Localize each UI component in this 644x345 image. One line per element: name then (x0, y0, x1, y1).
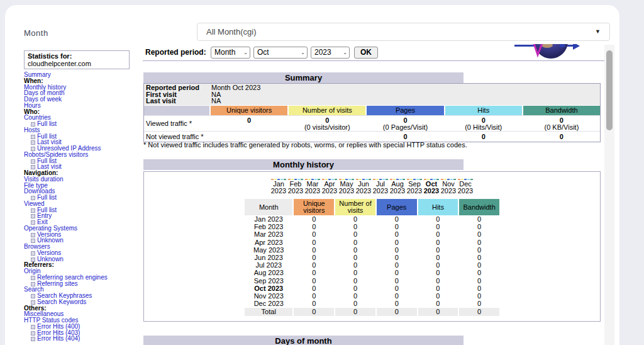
chart-month-may: May2023 (338, 178, 355, 194)
list-icon (31, 159, 35, 164)
monthly-cell-value: 0 (377, 261, 417, 269)
summary-col-unique-visitors: Unique visitors (211, 106, 287, 115)
monthly-cell-month: Dec 2023 (245, 300, 292, 307)
scrollbar-thumb[interactable] (606, 50, 613, 130)
monthly-table-header: MonthUnique visitorsNumber of visitsPage… (245, 199, 499, 215)
monthly-cell-value: 0 (418, 254, 458, 261)
viewed-ratio: (0 visits/visitor) (289, 124, 365, 131)
monthly-cell-value: 0 (335, 254, 375, 261)
table-row: Dec 202300000 (245, 300, 499, 307)
viewed-cell: 0(0 visits/visitor) (289, 116, 365, 131)
table-row: Aug 202300000 (245, 269, 499, 276)
chart-month-aug: Aug2023 (389, 178, 406, 194)
monthly-cell-value: 0 (335, 269, 375, 276)
content-card: Month All Month(cgi) ▼ Statistics for: c… (5, 5, 619, 345)
monthly-cell-value: 0 (459, 223, 499, 230)
monthly-cell-value: 0 (459, 239, 499, 246)
chart-month-label: Jul2023 (372, 181, 389, 194)
not-viewed-value: 0 (445, 132, 522, 142)
monthly-cell-value: 0 (294, 300, 334, 307)
monthly-cell-value: 0 (294, 239, 334, 246)
monthly-cell-value: 0 (377, 239, 417, 246)
chart-month-name: Jul (372, 181, 389, 188)
monthly-cell-value: 0 (377, 292, 417, 300)
chart-month-year: 2023 (389, 188, 406, 195)
chart-bar (373, 179, 375, 180)
list-icon (31, 276, 35, 280)
monthly-cell-value: 0 (294, 269, 334, 276)
period-month-select[interactable]: Oct ⌄ (253, 47, 308, 59)
period-month-value: Oct (257, 48, 269, 57)
period-type-select[interactable]: Month ⌄ (211, 47, 250, 59)
list-icon (31, 331, 35, 336)
monthly-cell-value: 0 (459, 300, 499, 307)
monthly-cell-month: Jul 2023 (245, 261, 292, 269)
vertical-scrollbar[interactable] (604, 45, 614, 345)
monthly-cell-value: 0 (459, 254, 499, 261)
ok-button[interactable]: OK (354, 47, 378, 59)
chart-month-label: Feb2023 (287, 181, 304, 194)
monthly-cell-value: 0 (335, 230, 375, 238)
chart-month-name: Nov (440, 181, 457, 188)
monthly-cell-value: 0 (418, 230, 458, 238)
monthly-history-chart: Jan2023Feb2023Mar2023Apr2023May2023Jun20… (144, 178, 600, 194)
month-filter-label: Month (24, 28, 48, 38)
list-icon (31, 214, 35, 218)
not-viewed-value: 0 (367, 132, 443, 142)
chart-month-name: May (338, 181, 355, 188)
sidebar-item-days-of-week[interactable]: Days of week (24, 96, 141, 103)
sidebar-subitem-full-list[interactable]: Full list (24, 121, 141, 127)
viewed-traffic-label: Viewed traffic * (144, 116, 209, 131)
sidebar-sublink-error-hits-404[interactable]: Error Hits (404) (37, 335, 80, 342)
monthly-cell-value: 0 (335, 277, 375, 285)
chart-month-sep: Sep2023 (406, 178, 423, 194)
monthly-cell-value: 0 (377, 300, 417, 307)
sidebar-item-hours[interactable]: Hours (24, 103, 141, 109)
monthly-cell-month: Sep 2023 (245, 277, 292, 285)
not-viewed-traffic-label: Not viewed traffic * (144, 132, 209, 142)
chart-month-name: Jun (355, 181, 372, 188)
monthly-cell-month: Apr 2023 (245, 239, 292, 246)
monthly-cell-value: 0 (418, 300, 458, 307)
summary-column-headers: Unique visitorsNumber of visitsPagesHits… (144, 106, 600, 115)
chart-month-year: 2023 (287, 188, 304, 195)
chart-month-name: Jan (270, 181, 287, 188)
chart-month-year: 2023 (355, 188, 372, 195)
table-total-row: Total00000 (245, 308, 499, 315)
period-year-select[interactable]: 2023 ⌄ (311, 47, 350, 59)
monthly-cell-value: 0 (377, 269, 417, 276)
period-type-value: Month (214, 48, 235, 57)
chart-month-label: Oct2023 (423, 181, 440, 194)
chevron-down-icon: ⌄ (343, 47, 347, 58)
viewed-cell: 0(0 Hits/Visit) (445, 116, 522, 131)
info-value: NA (211, 97, 221, 105)
chart-month-nov: Nov2023 (440, 178, 457, 194)
chart-month-name: Mar (304, 181, 321, 188)
monthly-total-value: 0 (418, 308, 458, 315)
chart-month-name: Sep (406, 181, 423, 188)
info-label: Last visit (146, 98, 209, 105)
table-row: May 202300000 (245, 246, 499, 254)
chart-month-mar: Mar2023 (304, 178, 321, 194)
viewed-cell: 0(0 Pages/Visit) (367, 116, 443, 131)
month-filter-select[interactable]: All Month(cgi) ▼ (197, 23, 610, 41)
list-icon (31, 294, 35, 298)
viewed-traffic-row: Viewed traffic * 00(0 visits/visitor)0(0… (144, 115, 600, 131)
reported-period-frame: Reported period: Month ⌄ Oct ⌄ 2023 ⌄ OK (143, 44, 605, 61)
sidebar-sublink-full-list[interactable]: Full list (37, 120, 57, 127)
not-viewed-value (289, 132, 365, 142)
monthly-cell-value: 0 (294, 246, 334, 254)
monthly-cell-month: Mar 2023 (245, 230, 292, 238)
monthly-total-value: 0 (294, 308, 334, 315)
list-icon (31, 208, 35, 213)
monthly-cell-value: 0 (418, 215, 458, 223)
chart-month-label: Sep2023 (406, 181, 423, 194)
chevron-down-icon: ⌄ (243, 47, 248, 58)
sidebar-subitem-error-hits-404[interactable]: Error Hits (404) (24, 336, 141, 342)
monthly-cell-value: 0 (459, 277, 499, 285)
monthly-cell-month: Jun 2023 (245, 254, 292, 261)
month-filter-value: All Month(cgi) (206, 23, 256, 40)
summary-info-row: Last visit NA (144, 98, 600, 105)
monthly-cell-value: 0 (294, 230, 334, 238)
page-background: Month All Month(cgi) ▼ Statistics for: c… (0, 0, 644, 345)
